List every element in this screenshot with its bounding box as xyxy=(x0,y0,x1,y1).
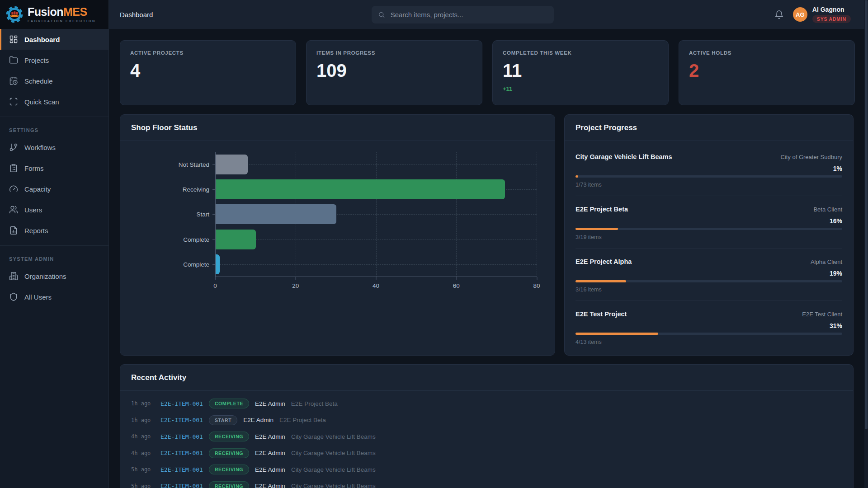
git-branch-icon xyxy=(9,143,18,152)
sidebar-item[interactable]: Users xyxy=(0,199,108,220)
category-label: Complete xyxy=(183,236,209,243)
sidebar-item-label: Quick Scan xyxy=(24,98,59,106)
project-row[interactable]: E2E Test Project E2E Test Client 31% 4/1… xyxy=(576,301,842,353)
panel-divider xyxy=(120,141,555,141)
activity-row: 4h ago E2E-ITEM-001 RECEIVING E2E Admin … xyxy=(131,445,842,462)
activity-project: City Garage Vehicle Lift Beams xyxy=(291,450,376,456)
activity-user: E2E Admin xyxy=(243,417,274,423)
activity-user: E2E Admin xyxy=(255,400,285,407)
activity-row: 1h ago E2E-ITEM-001 START E2E Admin E2E … xyxy=(131,412,842,429)
activity-time: 5h ago xyxy=(131,466,155,473)
project-percent: 1% xyxy=(576,165,842,172)
panel-title: Shop Floor Status xyxy=(120,115,555,141)
brand-tagline: FABRICATION EXECUTION xyxy=(28,19,96,23)
category-label: Complete xyxy=(183,261,209,268)
status-badge: COMPLETE xyxy=(209,399,249,408)
sidebar-item[interactable]: Schedule xyxy=(0,70,108,91)
status-badge: START xyxy=(209,415,237,425)
sidebar-item[interactable]: Dashboard xyxy=(0,29,108,50)
users-icon xyxy=(9,205,18,214)
project-client: Alpha Client xyxy=(811,258,842,265)
avatar[interactable]: AG xyxy=(793,7,807,22)
status-badge: RECEIVING xyxy=(209,481,249,488)
activity-item-link[interactable]: E2E-ITEM-001 xyxy=(160,433,203,440)
activity-item-link[interactable]: E2E-ITEM-001 xyxy=(160,400,203,407)
panel-title: Recent Activity xyxy=(120,365,853,390)
activity-user: E2E Admin xyxy=(255,433,285,440)
progress-bar xyxy=(576,228,842,230)
sidebar-item[interactable]: Capacity xyxy=(0,178,108,199)
activity-item-link[interactable]: E2E-ITEM-001 xyxy=(160,466,203,473)
activity-time: 4h ago xyxy=(131,450,155,456)
user-role-badge: SYS ADMIN xyxy=(812,15,851,23)
scan-icon xyxy=(9,97,18,106)
chart-bar[interactable] xyxy=(216,254,220,274)
x-tick-label: 60 xyxy=(453,277,460,289)
sidebar-item[interactable]: Forms xyxy=(0,158,108,178)
chart-bar[interactable] xyxy=(216,155,248,174)
activity-time: 5h ago xyxy=(131,483,155,488)
sidebar-divider xyxy=(0,245,108,246)
y-axis xyxy=(215,152,216,277)
activity-row: 1h ago E2E-ITEM-001 COMPLETE E2E Admin E… xyxy=(131,395,842,412)
user-menu[interactable]: AG Al Gagnon SYS ADMIN xyxy=(793,6,851,23)
status-badge: RECEIVING xyxy=(209,465,249,474)
category-label: Start xyxy=(196,211,209,218)
notifications-bell-icon[interactable] xyxy=(774,10,784,19)
brand-logo[interactable]: FusionMES FABRICATION EXECUTION xyxy=(0,0,108,29)
sidebar-item[interactable]: Projects xyxy=(0,50,108,70)
project-items-count: 3/19 items xyxy=(576,234,842,240)
stat-card: ITEMS IN PROGRESS 109 xyxy=(306,40,482,105)
x-axis xyxy=(215,277,537,277)
project-items-count: 3/16 items xyxy=(576,286,842,293)
sidebar-item[interactable]: Reports xyxy=(0,220,108,241)
sidebar-item[interactable]: Organizations xyxy=(0,266,108,286)
stat-label: ACTIVE HOLDS xyxy=(689,50,844,56)
activity-item-link[interactable]: E2E-ITEM-001 xyxy=(160,450,203,456)
scrollbar-thumb[interactable] xyxy=(865,0,868,429)
sidebar-nav-main: Dashboard Projects Schedule Quick Scan xyxy=(0,29,108,112)
project-row[interactable]: City Garage Vehicle Lift Beams City of G… xyxy=(576,144,842,196)
sidebar-item[interactable]: Quick Scan xyxy=(0,91,108,112)
progress-fill xyxy=(576,175,578,178)
stat-card: ACTIVE HOLDS 2 xyxy=(679,40,855,105)
search-input[interactable] xyxy=(390,10,547,19)
activity-row: 5h ago E2E-ITEM-001 RECEIVING E2E Admin … xyxy=(131,478,842,488)
building-icon xyxy=(9,272,18,281)
activity-item-link[interactable]: E2E-ITEM-001 xyxy=(160,417,203,423)
sidebar-item-label: Dashboard xyxy=(24,36,60,43)
sidebar-item-label: Forms xyxy=(24,164,44,172)
band-gridline xyxy=(215,264,537,265)
chart-bar[interactable] xyxy=(216,230,256,249)
sidebar-item-label: Projects xyxy=(24,56,49,64)
activity-project: E2E Project Beta xyxy=(291,400,338,407)
breadcrumb: Dashboard xyxy=(120,11,153,19)
dashboard-icon xyxy=(9,35,18,44)
search-box xyxy=(372,6,554,23)
activity-item-link[interactable]: E2E-ITEM-001 xyxy=(160,483,203,488)
sidebar-item[interactable]: Workflows xyxy=(0,137,108,158)
activity-project: E2E Project Beta xyxy=(279,417,326,423)
chart-band: Complete xyxy=(215,227,537,252)
user-name: Al Gagnon xyxy=(812,6,851,13)
project-row[interactable]: E2E Project Alpha Alpha Client 19% 3/16 … xyxy=(576,249,842,301)
activity-project: City Garage Vehicle Lift Beams xyxy=(291,433,376,440)
chart-bar[interactable] xyxy=(216,179,505,199)
sidebar-item-label: Capacity xyxy=(24,185,51,193)
sidebar-nav-settings: Workflows Forms Capacity Users xyxy=(0,137,108,241)
sidebar-item[interactable]: All Users xyxy=(0,286,108,307)
sidebar-item-label: Reports xyxy=(24,227,48,235)
activity-time: 1h ago xyxy=(131,400,155,407)
stat-value: 11 xyxy=(503,61,658,80)
status-badge: RECEIVING xyxy=(209,448,249,458)
project-items-count: 4/13 items xyxy=(576,339,842,345)
sidebar: FusionMES FABRICATION EXECUTION Dashboar… xyxy=(0,0,109,488)
activity-time: 4h ago xyxy=(131,433,155,440)
chart-band: Complete xyxy=(215,252,537,277)
project-row[interactable]: E2E Project Beta Beta Client 16% 3/19 it… xyxy=(576,196,842,249)
chart-band: Receiving xyxy=(215,177,537,202)
progress-fill xyxy=(576,228,618,230)
chart-bar[interactable] xyxy=(216,204,336,224)
stat-card: ACTIVE PROJECTS 4 xyxy=(120,40,296,105)
project-client: City of Greater Sudbury xyxy=(780,154,842,160)
